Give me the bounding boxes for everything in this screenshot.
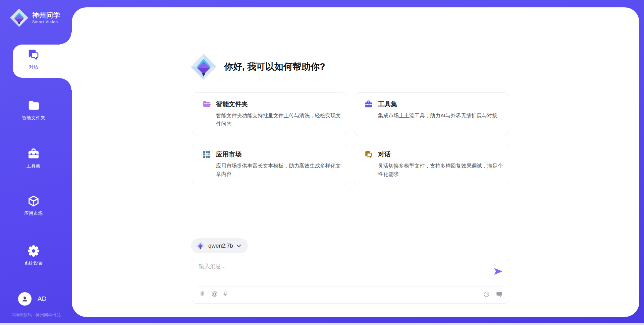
sidebar-item-label: 应用市场 [24, 210, 43, 216]
person-icon [21, 295, 29, 303]
cube-icon [27, 195, 40, 207]
card-title: 应用市场 [216, 150, 241, 159]
toolbox-icon [27, 147, 40, 160]
sidebar-item-system-settings[interactable]: 系统设置 [0, 245, 67, 266]
avatar [18, 292, 32, 306]
copyright: ©神州数码 · 神州问学出品 [3, 312, 70, 318]
message-input[interactable] [198, 262, 481, 284]
sidebar-item-label: 系统设置 [24, 260, 43, 266]
card-app-market[interactable]: 应用市场 应用市场提供丰富长文本模板，助力高效生成多样化文章内容 [192, 143, 347, 185]
brand-diamond-icon [190, 53, 217, 80]
toolbox-icon [364, 100, 373, 109]
feature-cards: 智能文件夹 智能文件夹功能支持批量文件上传与清洗，轻松实现文件问答 工具集 集成… [192, 92, 509, 185]
active-tab-fillet-bottom [60, 78, 72, 90]
card-title: 工具集 [378, 100, 397, 109]
chat-icon [27, 48, 40, 61]
gear-icon [27, 245, 40, 257]
conversation-button[interactable] [495, 290, 503, 298]
send-button[interactable] [493, 267, 503, 275]
active-tab-fillet-top [60, 32, 72, 45]
card-description: 应用市场提供丰富长文本模板，助力高效生成多样化文章内容 [216, 161, 341, 178]
app: { "brand": { "title": "神州问学", "subtitle"… [0, 0, 644, 325]
user-menu[interactable]: AD [18, 292, 46, 306]
mention-button[interactable]: @ [211, 290, 218, 298]
card-description: 集成市场上主流工具，助力AI与外界无缝扩展与对接 [378, 111, 503, 120]
model-name: qwen2:7b [208, 243, 233, 249]
brand-logo: 神州问学 Smart Vision [9, 8, 60, 27]
card-toolset[interactable]: 工具集 集成市场上主流工具，助力AI与外界无缝扩展与对接 [354, 92, 509, 135]
message-composer: @ # [192, 258, 509, 304]
card-description: 智能文件夹功能支持批量文件上传与清洗，轻松实现文件问答 [216, 111, 341, 128]
bottom-edge-strip [0, 323, 644, 325]
folder-icon [202, 100, 211, 109]
history-button[interactable] [483, 290, 490, 298]
card-description: 灵活切换多模型文件，支持多样回复效果调试，满足个性化需求 [378, 161, 503, 178]
sidebar-item-toolset[interactable]: 工具集 [0, 147, 67, 169]
sidebar-item-label: 工具集 [26, 163, 41, 169]
attach-button[interactable] [198, 290, 206, 298]
grid-icon [202, 150, 211, 159]
folder-icon [27, 99, 40, 112]
speech-bubble-icon [496, 291, 503, 298]
brand-diamond-icon [9, 8, 29, 27]
card-title: 对话 [378, 150, 391, 159]
sidebar-item-label: 智能文件夹 [22, 115, 45, 121]
card-chat[interactable]: 对话 灵活切换多模型文件，支持多样回复效果调试，满足个性化需求 [354, 143, 509, 185]
brand-diamond-icon [196, 241, 205, 250]
history-icon [483, 291, 490, 298]
paperclip-icon [199, 290, 206, 298]
sidebar-item-smart-folder[interactable]: 智能文件夹 [0, 99, 67, 121]
main-panel: 你好, 我可以如何帮助你? 智能文件夹 智能文件夹功能支持批量文件上传与清洗，轻… [72, 7, 639, 317]
greeting-block: 你好, 我可以如何帮助你? [190, 53, 325, 80]
greeting-title: 你好, 我可以如何帮助你? [224, 61, 325, 73]
send-icon [493, 267, 503, 275]
card-title: 智能文件夹 [216, 100, 248, 109]
chevron-down-icon [236, 244, 241, 248]
hashtag-button[interactable]: # [223, 290, 227, 298]
brand-title: 神州问学 [32, 11, 60, 19]
sidebar-item-label: 对话 [29, 64, 38, 70]
sidebar-item-chat[interactable]: 对话 [0, 48, 67, 70]
composer-divider [198, 286, 503, 286]
user-name: AD [38, 295, 46, 303]
brand-subtitle: Smart Vision [32, 20, 60, 24]
sidebar: 神州问学 Smart Vision 对话 智能文件夹 工具集 应用市场 系统设置… [0, 0, 72, 325]
chat-icon [364, 150, 373, 159]
card-smart-folder[interactable]: 智能文件夹 智能文件夹功能支持批量文件上传与清洗，轻松实现文件问答 [192, 92, 347, 135]
model-selector[interactable]: qwen2:7b [191, 238, 248, 253]
sidebar-item-app-market[interactable]: 应用市场 [0, 195, 67, 216]
